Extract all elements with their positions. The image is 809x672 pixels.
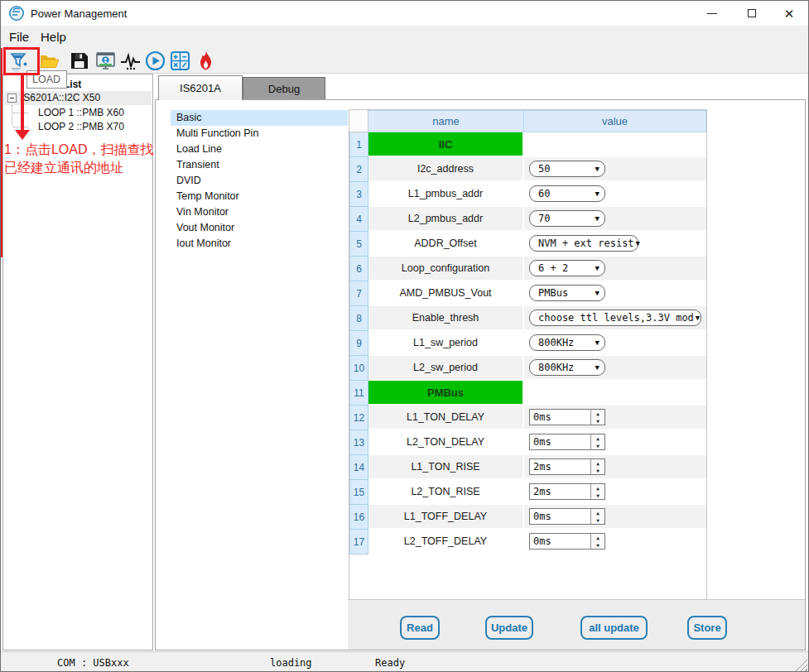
param-value-cell: 800KHz▼ bbox=[524, 356, 706, 381]
annotation-text-line1: 1：点击LOAD，扫描查找 bbox=[4, 142, 153, 159]
maximize-icon bbox=[748, 9, 756, 17]
play-icon[interactable] bbox=[144, 50, 166, 72]
table-row: 11PMBus bbox=[349, 381, 706, 406]
spin-down-icon[interactable]: ▼ bbox=[591, 541, 604, 549]
spinbox-buttons: ▲▼ bbox=[590, 410, 604, 425]
minimize-icon bbox=[707, 13, 717, 14]
param-name-cell: L2_sw_period bbox=[368, 356, 524, 381]
category-item-basic[interactable]: Basic bbox=[171, 110, 348, 126]
chevron-down-icon: ▼ bbox=[594, 363, 604, 372]
category-item-dvid[interactable]: DVID bbox=[171, 173, 348, 189]
table-row: 13L2_TON_DELAY0ms▲▼ bbox=[349, 430, 706, 455]
annotation-edge-line bbox=[1, 48, 2, 257]
value-dropdown[interactable]: 800KHz▼ bbox=[529, 359, 605, 376]
spin-down-icon[interactable]: ▼ bbox=[591, 492, 604, 499]
value-spinbox[interactable]: 0ms▲▼ bbox=[529, 409, 605, 425]
row-number: 15 bbox=[349, 480, 368, 505]
title-bar[interactable]: Power Management ✕ bbox=[1, 1, 808, 26]
param-name-cell: L1_pmbus_addr bbox=[368, 182, 524, 207]
category-item-vout-monitor[interactable]: Vout Monitor bbox=[171, 220, 348, 236]
window-title: Power Management bbox=[31, 7, 127, 20]
param-name-cell: L1_TOFF_DELAY bbox=[368, 505, 524, 530]
spin-up-icon[interactable]: ▲ bbox=[591, 484, 604, 492]
menu-item-file[interactable]: File bbox=[6, 26, 32, 48]
section-header-cell: IIC bbox=[368, 132, 524, 157]
value-spinbox[interactable]: 0ms▲▼ bbox=[529, 434, 605, 450]
param-name-cell: I2c_address bbox=[368, 157, 524, 182]
tree-item-loop1[interactable]: LOOP 1 ::PMB X60 bbox=[38, 107, 124, 118]
resize-grip[interactable] bbox=[795, 659, 807, 671]
table-row: 7AMD_PMBUS_VoutPMBus▼ bbox=[349, 281, 706, 306]
minimize-button[interactable] bbox=[693, 1, 731, 26]
maximize-button[interactable] bbox=[733, 1, 771, 26]
value-dropdown[interactable]: 60▼ bbox=[529, 185, 605, 202]
spinbox-value: 2ms bbox=[530, 459, 590, 474]
spin-up-icon[interactable]: ▲ bbox=[591, 434, 604, 442]
category-item-transient[interactable]: Transient bbox=[171, 157, 348, 173]
dropdown-value: choose ttl levels,3.3V mod bbox=[530, 312, 694, 324]
all-update-button[interactable]: all update bbox=[580, 616, 648, 640]
remote-monitor-icon[interactable] bbox=[94, 50, 117, 72]
spin-up-icon[interactable]: ▲ bbox=[591, 534, 604, 541]
waveform-icon[interactable] bbox=[119, 50, 142, 72]
category-item-temp-monitor[interactable]: Temp Monitor bbox=[171, 189, 348, 204]
spin-down-icon[interactable]: ▼ bbox=[591, 516, 604, 524]
category-item-load-line[interactable]: Load Line bbox=[171, 142, 348, 157]
tree-collapse-icon[interactable] bbox=[7, 94, 17, 103]
spin-up-icon[interactable]: ▲ bbox=[591, 459, 604, 467]
close-button[interactable]: ✕ bbox=[770, 1, 808, 26]
param-name-cell: L1_TON_DELAY bbox=[368, 406, 524, 430]
dropdown-value: 70 bbox=[530, 213, 594, 224]
read-button[interactable]: Read bbox=[400, 616, 440, 640]
spin-up-icon[interactable]: ▲ bbox=[591, 410, 604, 417]
section-header-cell: PMBus bbox=[368, 381, 524, 406]
value-dropdown[interactable]: 50▼ bbox=[529, 161, 605, 177]
category-item-vin-monitor[interactable]: Vin Monitor bbox=[171, 204, 348, 220]
category-item-multi-function-pin[interactable]: Multi Function Pin bbox=[171, 126, 348, 142]
row-number: 5 bbox=[349, 232, 368, 257]
spinbox-buttons: ▲▼ bbox=[590, 534, 604, 549]
dropdown-value: 50 bbox=[530, 163, 594, 175]
value-dropdown[interactable]: choose ttl levels,3.3V mod▼ bbox=[529, 310, 701, 326]
value-spinbox[interactable]: 2ms▲▼ bbox=[529, 458, 605, 475]
flame-icon[interactable] bbox=[195, 50, 217, 72]
value-spinbox[interactable]: 0ms▲▼ bbox=[529, 508, 605, 525]
open-folder-icon[interactable] bbox=[38, 50, 60, 72]
table-row: 9L1_sw_period800KHz▼ bbox=[349, 331, 706, 356]
update-button[interactable]: Update bbox=[485, 616, 533, 640]
param-value-cell: 60▼ bbox=[524, 182, 706, 207]
tree-item-loop2[interactable]: LOOP 2 ::PMB X70 bbox=[38, 121, 124, 132]
tree-item-device[interactable]: IS6201A::I2C X50 bbox=[21, 92, 100, 103]
spin-down-icon[interactable]: ▼ bbox=[591, 442, 604, 449]
save-icon[interactable] bbox=[68, 50, 90, 72]
category-item-iout-monitor[interactable]: Iout Monitor bbox=[171, 236, 348, 252]
row-number: 6 bbox=[349, 257, 368, 281]
value-dropdown[interactable]: 6 + 2▼ bbox=[529, 260, 605, 276]
store-button[interactable]: Store bbox=[687, 616, 727, 640]
value-spinbox[interactable]: 2ms▲▼ bbox=[529, 483, 605, 500]
chevron-down-icon: ▼ bbox=[594, 338, 604, 347]
tab-debug[interactable]: Debug bbox=[243, 77, 325, 100]
tab-is6201a[interactable]: IS6201A bbox=[158, 75, 243, 100]
chevron-down-icon: ▼ bbox=[594, 289, 604, 297]
row-number: 16 bbox=[349, 505, 368, 530]
row-number: 11 bbox=[349, 381, 368, 406]
main-panel: IS6201A Debug BasicMulti Function PinLoa… bbox=[155, 74, 807, 651]
status-bar: COM : USBxxx loading Ready bbox=[1, 651, 808, 672]
category-list: BasicMulti Function PinLoad LineTransien… bbox=[171, 110, 348, 252]
calculator-icon[interactable] bbox=[169, 50, 191, 72]
status-com-port: COM : USBxxx bbox=[57, 657, 129, 669]
spinbox-buttons: ▲▼ bbox=[590, 484, 604, 499]
spin-down-icon[interactable]: ▼ bbox=[591, 417, 604, 425]
spin-up-icon[interactable]: ▲ bbox=[591, 509, 604, 516]
value-dropdown[interactable]: 800KHz▼ bbox=[529, 334, 605, 351]
value-dropdown[interactable]: NVM + ext resist▼ bbox=[529, 235, 638, 252]
spinbox-value: 0ms bbox=[530, 534, 590, 549]
spin-down-icon[interactable]: ▼ bbox=[591, 467, 604, 474]
value-dropdown[interactable]: 70▼ bbox=[529, 210, 605, 227]
menu-item-help[interactable]: Help bbox=[37, 26, 70, 48]
value-dropdown[interactable]: PMBus▼ bbox=[529, 285, 605, 301]
row-number: 13 bbox=[349, 430, 368, 455]
value-spinbox[interactable]: 0ms▲▼ bbox=[529, 533, 605, 550]
row-number: 10 bbox=[349, 356, 368, 381]
